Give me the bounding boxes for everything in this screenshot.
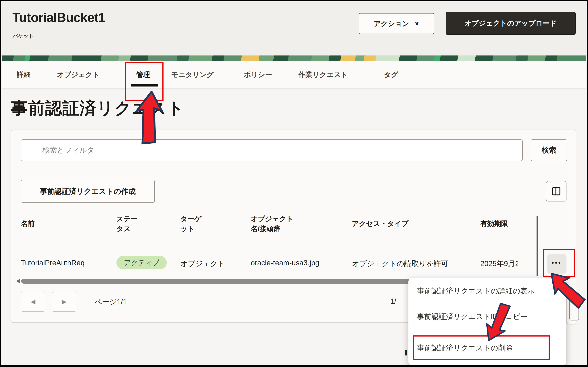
create-button-label: 事前認証済リクエストの作成 [40,186,136,196]
tab-tags[interactable]: タグ [384,61,398,88]
column-settings-button[interactable] [546,181,566,201]
search-input[interactable] [21,139,523,161]
search-button[interactable]: 検索 [531,139,567,161]
actions-button[interactable]: アクション ∨ [359,13,434,34]
col-header-status[interactable]: ステー タス [116,214,138,234]
columns-icon [552,187,561,196]
col-header-name[interactable]: 名前 [21,219,35,228]
table-row-divider [12,251,576,251]
prev-page-icon: ◀ [31,298,35,306]
horizontal-scrollbar-thumb[interactable] [21,279,413,284]
annotation-arrow-management-tab [126,88,173,148]
screenshot-viewport: TutorialBucket1 バケット アクション ∨ オブジェクトのアップロ… [0,0,588,367]
next-page-button[interactable]: ▶ [52,292,76,312]
page-header: TutorialBucket1 バケット アクション ∨ オブジェクトのアップロ… [2,2,586,56]
tab-bar: 詳細 オブジェクト 管理 モニタリング ポリシー 作業リクエスト タグ [2,61,586,88]
annotation-box-delete-item [413,335,550,360]
scroll-left-arrow-icon[interactable] [17,278,20,284]
col-header-target[interactable]: ターゲ ット [180,214,201,234]
cell-expiry: 2025年9月2 [480,259,518,269]
cell-target: オブジェクト [180,259,225,269]
tab-monitoring[interactable]: モニタリング [171,61,214,88]
tab-work-requests[interactable]: 作業リクエスト [298,61,348,88]
oci-bucket-page: TutorialBucket1 バケット アクション ∨ オブジェクトのアップロ… [0,0,588,367]
results-count-fragment: 1/ [390,297,396,306]
upload-object-button[interactable]: オブジェクトのアップロード [446,12,576,35]
col-header-expiry[interactable]: 有効期限 [480,219,508,228]
prev-page-button[interactable]: ◀ [21,292,45,312]
cell-name[interactable]: TutorialPreAuthReq [21,259,85,267]
bucket-title: TutorialBucket1 [12,10,105,25]
chevron-down-icon: ∨ [414,20,419,27]
menu-item-view-details[interactable]: 事前認証済リクエストの詳細の表示 [417,283,558,299]
col-header-object[interactable]: オブジェクト 名/接頭辞 [251,214,293,234]
cell-access-type: オブジェクトの読取りを許可 [352,259,448,269]
create-pre-auth-request-button[interactable]: 事前認証済リクエストの作成 [21,180,155,203]
bucket-subtitle: バケット [13,33,34,39]
next-page-icon: ▶ [62,298,66,306]
decorative-banner [2,56,586,61]
table-vertical-scrollbar[interactable] [537,216,538,276]
actions-button-label: アクション [374,19,409,28]
status-badge: アクティブ [116,256,167,269]
col-header-access[interactable]: アクセス・タイプ [352,219,408,228]
tab-policy[interactable]: ポリシー [244,61,272,88]
occluded-content-fragment [405,350,407,356]
cell-object-name: oracle-team-usa3.jpg [251,259,319,267]
page-indicator: ページ1/1 [95,297,127,307]
tab-details[interactable]: 詳細 [17,61,31,88]
search-button-label: 検索 [542,145,556,155]
upload-button-label: オブジェクトのアップロード [465,19,557,28]
tab-objects[interactable]: オブジェクト [57,61,99,88]
